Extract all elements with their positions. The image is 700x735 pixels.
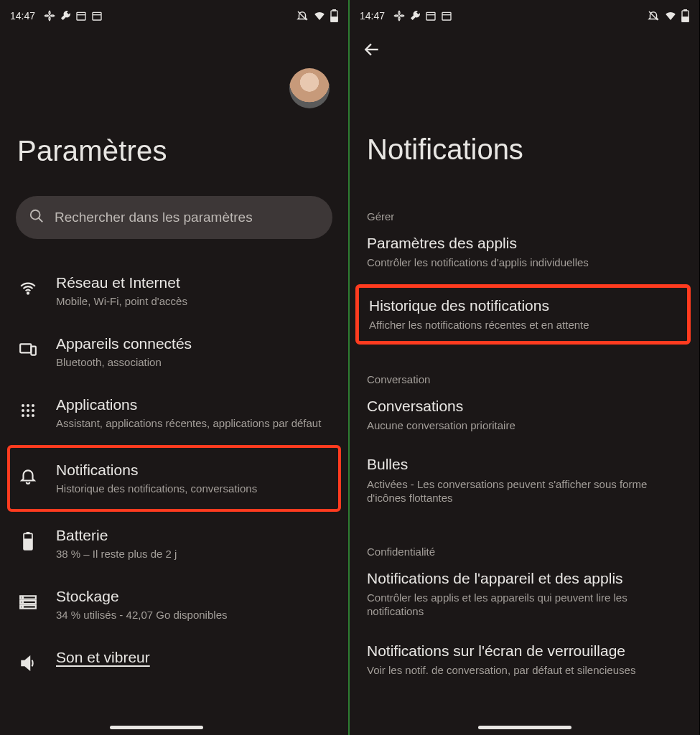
item-title: Notifications de l'appareil et des appli… (367, 569, 682, 588)
svg-point-21 (32, 414, 34, 417)
svg-point-14 (27, 404, 29, 407)
row-title: Son et vibreur (56, 648, 332, 667)
row-notifications[interactable]: Notifications Historique des notificatio… (7, 445, 341, 512)
svg-point-8 (31, 210, 40, 220)
svg-point-19 (22, 414, 24, 417)
svg-rect-0 (77, 12, 85, 20)
item-sub: Aucune conversation prioritaire (367, 418, 682, 433)
status-bar: 14:47 (350, 6, 699, 26)
item-notification-history[interactable]: Historique des notifications Afficher le… (355, 284, 691, 345)
status-left: 14:47 (360, 10, 452, 22)
item-sub: Voir les notif. de conversation, par déf… (367, 663, 682, 678)
wifi-icon (16, 276, 40, 301)
status-right (296, 9, 338, 22)
item-title: Historique des notifications (369, 296, 677, 315)
section-manage: Gérer (350, 210, 699, 223)
row-sub: Assistant, applications récentes, applic… (56, 417, 332, 431)
row-sub: Historique des notifications, conversati… (56, 482, 332, 496)
svg-point-15 (32, 404, 34, 407)
battery-icon (681, 9, 689, 22)
item-sub: Activées - Les conversations peuvent s'a… (367, 477, 682, 505)
row-title: Batterie (56, 526, 332, 545)
wrench-icon (409, 10, 421, 22)
row-sub: Bluetooth, association (56, 356, 332, 370)
svg-rect-2 (93, 12, 101, 20)
svg-rect-38 (682, 17, 689, 22)
svg-rect-6 (333, 9, 336, 11)
section-conversation: Conversation (350, 373, 699, 385)
svg-point-17 (27, 409, 29, 412)
status-time: 14:47 (10, 10, 35, 22)
battery-icon (330, 9, 338, 22)
item-title: Paramètres des applis (367, 234, 682, 253)
item-sub: Afficher les notifications récentes et e… (369, 318, 677, 332)
svg-rect-12 (31, 347, 36, 355)
row-connected-devices[interactable]: Appareils connectés Bluetooth, associati… (0, 322, 348, 383)
status-left: 14:47 (10, 10, 103, 22)
status-time: 14:47 (360, 10, 385, 22)
item-sub: Contrôler les notifications d'applis ind… (367, 256, 682, 270)
svg-rect-11 (20, 344, 31, 352)
row-sub: 38 % – Il reste plus de 2 j (56, 548, 332, 561)
dnd-icon (296, 9, 309, 22)
row-battery[interactable]: Batterie 38 % – Il reste plus de 2 j (0, 513, 348, 574)
pinwheel-icon (393, 10, 405, 22)
item-title: Conversations (367, 397, 682, 416)
item-device-apps-notifications[interactable]: Notifications de l'appareil et des appli… (350, 558, 699, 630)
calendar-icon-2 (91, 10, 103, 22)
svg-rect-7 (331, 17, 337, 22)
svg-line-9 (39, 218, 43, 223)
section-privacy: Confidentialité (350, 546, 699, 558)
svg-point-28 (22, 597, 24, 599)
pinwheel-icon (44, 10, 55, 22)
svg-rect-31 (426, 12, 435, 20)
wifi-icon (313, 9, 326, 22)
row-title: Appareils connectés (56, 334, 332, 353)
svg-rect-33 (442, 12, 451, 20)
page-title: Paramètres (0, 135, 348, 167)
calendar-icon (75, 10, 87, 22)
row-sound[interactable]: Son et vibreur (0, 635, 348, 675)
svg-point-10 (27, 292, 29, 294)
item-conversations[interactable]: Conversations Aucune conversation priori… (350, 385, 699, 444)
profile-avatar[interactable] (289, 68, 330, 108)
svg-point-20 (27, 414, 29, 417)
row-network[interactable]: Réseau et Internet Mobile, Wi-Fi, point … (0, 261, 348, 322)
nav-indicator[interactable] (478, 726, 571, 729)
item-sub: Contrôler les applis et les appareils qu… (367, 591, 682, 619)
row-sub: 34 % utilisés - 42,07 Go disponibles (56, 609, 332, 622)
search-input[interactable]: Rechercher dans les paramètres (16, 196, 332, 239)
search-placeholder: Rechercher dans les paramètres (55, 210, 253, 225)
row-title: Stockage (56, 587, 332, 606)
page-title: Notifications (350, 134, 699, 166)
svg-point-18 (32, 409, 34, 412)
row-storage[interactable]: Stockage 34 % utilisés - 42,07 Go dispon… (0, 574, 348, 635)
volume-icon (16, 651, 40, 675)
svg-rect-37 (684, 9, 687, 11)
item-lockscreen-notifications[interactable]: Notifications sur l'écran de verrouillag… (350, 630, 699, 680)
row-applications[interactable]: Applications Assistant, applications réc… (0, 383, 348, 444)
row-title: Notifications (56, 461, 332, 479)
phone-settings-main: 14:47 (0, 0, 350, 735)
status-bar: 14:47 (0, 6, 348, 26)
svg-rect-24 (24, 538, 32, 549)
svg-point-30 (22, 607, 24, 608)
phone-notifications: 14:47 (350, 0, 699, 735)
item-app-settings[interactable]: Paramètres des applis Contrôler les noti… (350, 223, 699, 281)
svg-point-13 (22, 404, 24, 407)
search-icon (29, 208, 45, 227)
back-button[interactable] (350, 40, 699, 62)
item-bubbles[interactable]: Bulles Activées - Les conversations peuv… (350, 444, 699, 516)
svg-point-29 (22, 601, 24, 603)
nav-indicator[interactable] (110, 726, 203, 729)
wifi-icon (664, 9, 677, 22)
battery-icon (16, 529, 40, 553)
calendar-icon-2 (441, 10, 452, 22)
item-title: Notifications sur l'écran de verrouillag… (367, 642, 682, 660)
status-right (647, 9, 689, 22)
storage-icon (16, 590, 40, 614)
item-title: Bulles (367, 455, 682, 474)
settings-list: Réseau et Internet Mobile, Wi-Fi, point … (0, 261, 348, 704)
svg-point-16 (22, 409, 24, 412)
row-title: Réseau et Internet (56, 273, 332, 292)
